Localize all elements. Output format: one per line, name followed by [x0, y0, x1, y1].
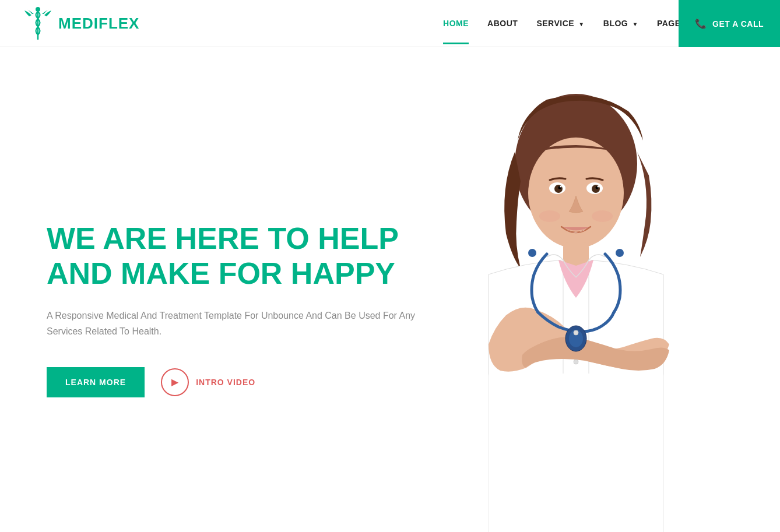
intro-video-button[interactable]: ▶ INTRO VIDEO [161, 368, 255, 396]
intro-video-label: INTRO VIDEO [196, 378, 255, 387]
nav-link-service[interactable]: SERVICE ▼ [536, 19, 584, 28]
chevron-down-icon: ▼ [577, 21, 585, 27]
hero-image [419, 82, 733, 532]
hero-actions: LEARN MORE ▶ INTRO VIDEO [47, 367, 419, 397]
svg-point-17 [528, 249, 536, 257]
navigation: MEDIFLEX HOME ABOUT SERVICE ▼ BLOG ▼ PAG… [0, 0, 780, 47]
svg-point-18 [616, 249, 624, 257]
hero-section: WE ARE HERE TO HELP AND MAKE FOR HAPPY A… [0, 47, 780, 532]
chevron-down-icon: ▼ [630, 21, 638, 27]
svg-point-1 [36, 7, 40, 12]
svg-point-20 [574, 360, 578, 364]
hero-headline-line2: AND MAKE FOR HAPPY [47, 256, 395, 290]
nav-link-about[interactable]: ABOUT [487, 19, 518, 28]
nav-item-blog[interactable]: BLOG ▼ [603, 18, 638, 29]
svg-point-19 [574, 330, 578, 335]
get-call-label: GET A CALL [712, 19, 764, 29]
svg-point-12 [539, 210, 560, 222]
logo-area[interactable]: MEDIFLEX [23, 6, 139, 41]
nav-link-blog[interactable]: BLOG ▼ [603, 19, 638, 28]
hero-subtext: A Responsive Medical And Treatment Templ… [47, 308, 419, 339]
nav-link-home[interactable]: HOME [443, 19, 469, 28]
learn-more-button[interactable]: LEARN MORE [47, 367, 145, 397]
hero-headline-line1: WE ARE HERE TO HELP [47, 221, 399, 255]
phone-icon: 📞 [695, 18, 707, 29]
svg-rect-22 [499, 374, 653, 532]
nav-item-home[interactable]: HOME [443, 18, 469, 29]
brand-name: MEDIFLEX [58, 15, 139, 33]
nav-item-about[interactable]: ABOUT [487, 18, 518, 29]
doctor-illustration [419, 82, 733, 532]
svg-point-11 [598, 186, 599, 188]
get-call-button[interactable]: 📞 GET A CALL [679, 0, 780, 47]
svg-point-3 [528, 138, 624, 248]
hero-headline: WE ARE HERE TO HELP AND MAKE FOR HAPPY [47, 221, 419, 291]
svg-point-10 [560, 186, 562, 188]
svg-point-13 [592, 210, 613, 222]
logo-icon [23, 6, 52, 41]
nav-item-service[interactable]: SERVICE ▼ [536, 18, 584, 29]
play-icon: ▶ [161, 368, 189, 396]
hero-content: WE ARE HERE TO HELP AND MAKE FOR HAPPY A… [47, 221, 419, 397]
